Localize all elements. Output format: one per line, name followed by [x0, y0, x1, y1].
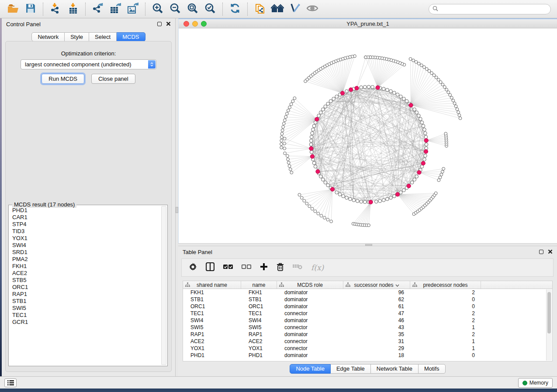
float-window-icon[interactable]	[157, 22, 162, 26]
optimization-criterion-label: Optimization criterion:	[6, 50, 171, 57]
function-builder-button[interactable]: f(x)	[311, 263, 324, 272]
column-header-MCDS-role[interactable]: MCDS role	[277, 281, 343, 289]
task-history-button[interactable]	[4, 378, 17, 387]
criterion-select[interactable]: largest connected component (undirected)	[21, 59, 156, 69]
list-item[interactable]: STB5	[11, 277, 160, 284]
table-row[interactable]: RAP1RAP1dominator352	[183, 331, 552, 338]
column-header-shared-name[interactable]: shared name	[183, 281, 241, 289]
table-row[interactable]: SWI5SWI5connector431	[183, 324, 552, 331]
tab-style[interactable]: Style	[65, 32, 89, 41]
first-neighbors-button[interactable]	[270, 2, 285, 17]
export-table-icon	[110, 3, 121, 16]
table-row[interactable]: ACE2ACE2connector311	[183, 338, 552, 345]
minimize-window-icon[interactable]	[192, 21, 198, 27]
table-cell: connector	[277, 310, 343, 317]
import-table-button[interactable]	[66, 2, 80, 17]
list-item[interactable]: CAR1	[11, 214, 160, 221]
sort-desc-icon	[395, 282, 399, 288]
clone-network-button[interactable]	[253, 2, 267, 17]
list-item[interactable]: PMA2	[11, 256, 160, 263]
tab-select[interactable]: Select	[89, 32, 117, 41]
list-item[interactable]: RAP1	[11, 291, 160, 298]
float-window-icon[interactable]	[539, 250, 543, 254]
zoom-out-button[interactable]	[168, 2, 183, 17]
delete-column-button[interactable]	[277, 263, 284, 273]
column-type-icon	[279, 282, 284, 289]
column-header-successor-nodes[interactable]: successor nodes	[343, 281, 410, 289]
list-item[interactable]: SWI4	[11, 242, 160, 249]
delete-table-button[interactable]	[293, 264, 302, 272]
list-item[interactable]: TEC1	[11, 312, 160, 319]
tab-motifs[interactable]: Motifs	[419, 364, 446, 374]
table-cell: 29	[343, 345, 410, 352]
import-network-button[interactable]	[48, 2, 63, 17]
show-hide-graphics-button[interactable]	[305, 2, 320, 17]
column-header-name[interactable]: name	[241, 281, 277, 289]
show-columns-button[interactable]	[206, 262, 214, 273]
list-item[interactable]: ORC1	[11, 284, 160, 291]
toolbar-separator	[145, 3, 145, 16]
search-input[interactable]	[441, 6, 547, 12]
list-item[interactable]: YOX1	[11, 235, 160, 242]
select-all-button[interactable]	[223, 264, 233, 272]
list-item[interactable]: SWI5	[11, 305, 160, 312]
tab-edge-table[interactable]: Edge Table	[331, 364, 371, 374]
list-item[interactable]: GCR1	[11, 319, 160, 326]
column-label: successor nodes	[354, 282, 393, 288]
export-table-button[interactable]	[108, 2, 123, 17]
table-row[interactable]: SWI4SWI4dominator462	[183, 317, 552, 324]
list-item[interactable]: SRD1	[11, 249, 160, 256]
zoom-in-button[interactable]	[150, 2, 165, 17]
table-settings-button[interactable]	[189, 263, 197, 273]
deselect-all-button[interactable]	[242, 264, 251, 272]
tab-network-table[interactable]: Network Table	[371, 364, 419, 374]
open-file-button[interactable]	[6, 2, 21, 17]
zoom-fit-button[interactable]	[185, 2, 200, 17]
table-cell: dominator	[277, 303, 343, 310]
list-item[interactable]: STB1	[11, 298, 160, 305]
network-window-titlebar[interactable]: YPA_prune.txt_1	[179, 19, 557, 28]
tab-network[interactable]: Network	[31, 32, 65, 41]
save-button[interactable]	[23, 2, 38, 17]
close-icon[interactable]	[166, 21, 171, 28]
table-row[interactable]: YOX1YOX1connector291	[183, 345, 552, 352]
table-row[interactable]: FKH1FKH1dominator962	[183, 289, 552, 296]
table-row[interactable]: ORC1ORC1dominator610	[183, 303, 552, 310]
list-item[interactable]: TID3	[11, 228, 160, 235]
close-window-icon[interactable]	[183, 21, 189, 27]
memory-button[interactable]: Memory	[518, 378, 553, 388]
import-network-icon	[50, 3, 61, 16]
refresh-button[interactable]	[228, 2, 242, 17]
list-item[interactable]: STP4	[11, 221, 160, 228]
search-box[interactable]	[429, 4, 551, 14]
table-row[interactable]: TEC1TEC1connector472	[183, 310, 552, 317]
add-column-button[interactable]	[260, 263, 268, 272]
network-graph[interactable]	[179, 28, 557, 243]
maximize-window-icon[interactable]	[201, 21, 207, 27]
table-scrollbar[interactable]	[546, 289, 552, 361]
close-icon[interactable]	[548, 249, 553, 255]
apply-style-button[interactable]	[287, 2, 302, 17]
run-mcds-button[interactable]: Run MCDS	[42, 74, 84, 84]
export-network-button[interactable]	[90, 2, 105, 17]
table-cell: STB1	[183, 296, 241, 303]
table-row[interactable]: STB1STB1dominator620	[183, 296, 552, 303]
horizontal-splitter[interactable]	[178, 243, 557, 246]
tab-mcds[interactable]: MCDS	[117, 32, 145, 41]
export-image-button[interactable]	[125, 2, 140, 17]
close-panel-button[interactable]: Close panel	[91, 74, 135, 84]
list-item[interactable]: ACE2	[11, 270, 160, 277]
table-row[interactable]: PHD1PHD1dominator180	[183, 352, 552, 359]
table-cell: 1	[410, 324, 481, 331]
column-header-predecessor-nodes[interactable]: predecessor nodes	[410, 281, 481, 289]
tab-node-table[interactable]: Node Table	[290, 364, 331, 374]
table-panel-titlebar: Table Panel	[178, 246, 557, 258]
zoom-out-icon	[170, 3, 181, 16]
list-item[interactable]: PHD1	[11, 207, 160, 214]
mcds-list-scrollbar[interactable]	[161, 206, 166, 365]
list-item[interactable]: FKH1	[11, 263, 160, 270]
splitter-grip[interactable]	[365, 244, 372, 246]
zoom-selected-button[interactable]	[203, 2, 218, 17]
scrollbar-thumb[interactable]	[547, 292, 551, 334]
table-cell: dominator	[277, 317, 343, 324]
